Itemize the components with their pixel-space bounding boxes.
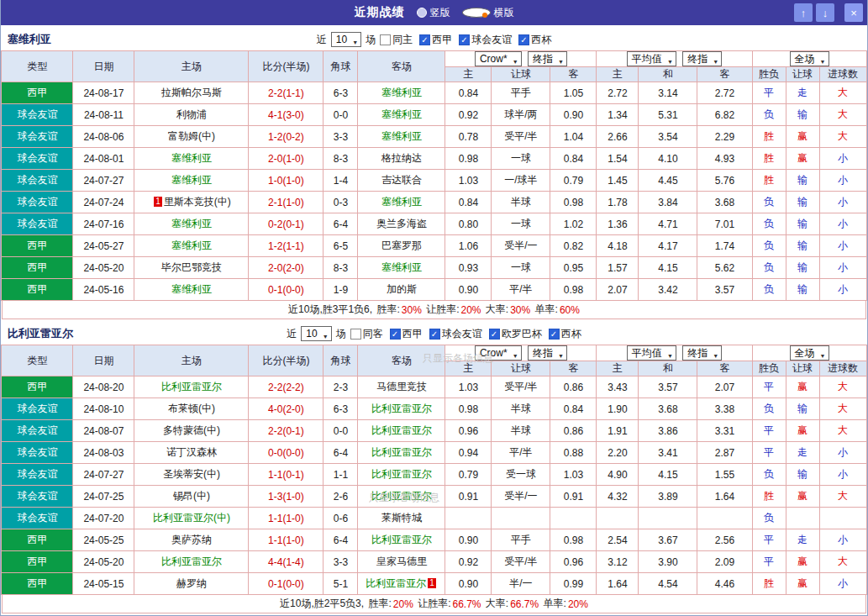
handicap-line: 一/球半 <box>492 170 550 192</box>
goals-cell: 大 <box>819 104 866 126</box>
corner-cell: 0-0 <box>324 420 358 442</box>
average-select[interactable]: 平均值 <box>627 51 676 66</box>
average-stage-select[interactable]: 终指 <box>682 345 722 361</box>
filter-checkbox[interactable]: 球会友谊 <box>429 327 482 341</box>
handicap-away-odds: 0.84 <box>550 398 597 420</box>
handicap-result-cell: 输 <box>786 170 819 192</box>
result-cell: 负 <box>752 104 786 126</box>
summary-stat-label: 大率: <box>483 303 509 317</box>
radio-icon[interactable] <box>417 8 427 18</box>
result-cell: 胜 <box>752 126 786 148</box>
filter-checkbox[interactable]: 西甲 <box>419 33 452 47</box>
summary-stat-label: 让胜率: <box>423 303 460 317</box>
handicap-home-odds <box>445 508 492 529</box>
filter-checkbox[interactable]: 同主 <box>380 33 413 47</box>
bookmaker-select[interactable]: Crow* <box>475 345 522 361</box>
filter-checkbox[interactable]: 西杯 <box>518 33 551 47</box>
avg-home-odds: 1.34 <box>597 104 639 126</box>
column-header: 日期 <box>73 51 134 82</box>
away-team-cell: 比利亚雷亚尔 <box>358 420 445 442</box>
scope-select[interactable]: 全场 <box>790 345 829 361</box>
checkbox-icon[interactable] <box>429 329 440 340</box>
date-cell: 24-05-20 <box>73 257 134 279</box>
odds-stage-select[interactable]: 终指 <box>528 345 567 361</box>
checkbox-icon[interactable] <box>380 34 391 45</box>
away-team-cell: 格拉纳达 <box>358 148 445 170</box>
date-cell: 24-07-25 <box>73 486 134 508</box>
match-count-select[interactable]: 10 <box>331 32 361 47</box>
recent-results-window: 近期战绩 竖版 横版 ↑ ↓ × 塞维利亚 近 10 场 同主西甲球会友谊西杯 <box>0 0 868 616</box>
corner-cell: 6-3 <box>324 82 358 104</box>
result-cell: 平 <box>752 420 786 442</box>
checkbox-icon[interactable] <box>390 329 401 340</box>
avg-home-odds: 1.78 <box>597 192 639 213</box>
checkbox-icon[interactable] <box>350 329 361 340</box>
filter-checkbox[interactable]: 同客 <box>350 327 383 341</box>
scroll-up-button[interactable]: ↑ <box>794 3 813 22</box>
avg-away-odds: 4.46 <box>697 573 752 595</box>
avg-home-odds: 3.12 <box>597 551 639 573</box>
date-cell: 24-05-16 <box>73 279 134 301</box>
rank-badge: 1 <box>154 197 162 207</box>
average-stage-select[interactable]: 终指 <box>682 51 722 66</box>
avg-home-odds: 1.36 <box>597 213 639 235</box>
scope-select[interactable]: 全场 <box>790 51 829 66</box>
summary-stat-label: 胜率: <box>374 303 400 317</box>
radio-icon[interactable] <box>462 8 491 18</box>
avg-away-odds: 3.38 <box>697 398 752 420</box>
view-option-vertical[interactable]: 竖版 <box>417 6 450 20</box>
avg-draw-odds: 5.31 <box>639 104 697 126</box>
checkbox-icon[interactable] <box>518 34 529 45</box>
filter-checkbox[interactable]: 欧罗巴杯 <box>489 327 542 341</box>
result-cell: 负 <box>752 508 786 529</box>
handicap-away-odds <box>550 508 597 529</box>
away-team-cell: 塞维利亚 <box>358 126 445 148</box>
filter-checkbox[interactable]: 西杯 <box>549 327 581 341</box>
score-cell: 1-1(1-0) <box>249 529 324 551</box>
score-cell: 0-2(0-1) <box>249 213 324 235</box>
avg-draw-odds: 3.89 <box>639 486 697 508</box>
average-select[interactable]: 平均值 <box>627 345 676 361</box>
avg-away-odds: 7.01 <box>697 213 752 235</box>
summary-stat-value: 66.7% <box>452 598 481 610</box>
match-count-select[interactable]: 10 <box>301 326 331 341</box>
handicap-result-cell: 走 <box>786 442 819 464</box>
avg-away-odds: 3.68 <box>697 192 752 213</box>
scroll-down-button[interactable]: ↓ <box>816 3 834 22</box>
summary-stat-value: 30% <box>510 304 530 316</box>
avg-draw-odds: 4.54 <box>639 573 697 595</box>
away-team-name: 比利亚雷亚尔 <box>371 446 432 458</box>
checkbox-icon[interactable] <box>419 34 430 45</box>
view-option-horizontal[interactable]: 横版 <box>462 6 514 20</box>
goals-cell: 小 <box>819 573 866 595</box>
avg-draw-odds <box>639 508 697 529</box>
team-section-villarreal: 比利亚雷亚尔 近 10 场 同客西甲球会友谊欧罗巴杯西杯 类型 日期 主场 比分… <box>1 324 867 613</box>
corner-cell: 2-6 <box>324 486 358 508</box>
summary-line: 近10场,胜2平5负3, 胜率:20% 让胜率:66.7% 大率:66.7% 单… <box>2 595 866 613</box>
odds-stage-select[interactable]: 终指 <box>528 51 567 66</box>
handicap-home-odds: 1.03 <box>445 376 492 398</box>
bookmaker-select[interactable]: Crow* <box>475 51 522 66</box>
handicap-line: 受半/一 <box>492 235 550 257</box>
match-row: 西甲24-05-16塞维利亚0-1(0-0)1-9加的斯0.90平/半0.982… <box>2 279 866 301</box>
summary-stat-label: 单率: <box>540 597 566 611</box>
home-team-name: 诺丁汉森林 <box>166 446 217 458</box>
checkbox-icon[interactable] <box>459 34 470 45</box>
checkbox-icon[interactable] <box>549 329 560 340</box>
avg-away-odds: 3.57 <box>697 279 752 301</box>
league-type-cell: 球会友谊 <box>2 148 73 170</box>
handicap-line: 半球 <box>492 398 550 420</box>
filter-checkbox[interactable]: 球会友谊 <box>459 33 512 47</box>
column-header: 胜负 <box>752 67 786 82</box>
avg-home-odds <box>597 508 639 529</box>
close-button[interactable]: × <box>844 3 863 22</box>
column-header: 进球数 <box>819 361 866 376</box>
goals-cell: 大 <box>819 551 866 573</box>
score-cell: 1-1(0-1) <box>249 464 324 486</box>
score-cell: 1-1(1-0) <box>249 508 324 529</box>
checkbox-icon[interactable] <box>489 329 500 340</box>
away-team-cell: 巴塞罗那 <box>358 235 445 257</box>
games-label: 场 <box>366 33 376 47</box>
match-row: 球会友谊24-08-01塞维利亚2-0(1-0)8-3格拉纳达0.98一球0.8… <box>2 148 866 170</box>
filter-checkbox[interactable]: 西甲 <box>390 327 423 341</box>
